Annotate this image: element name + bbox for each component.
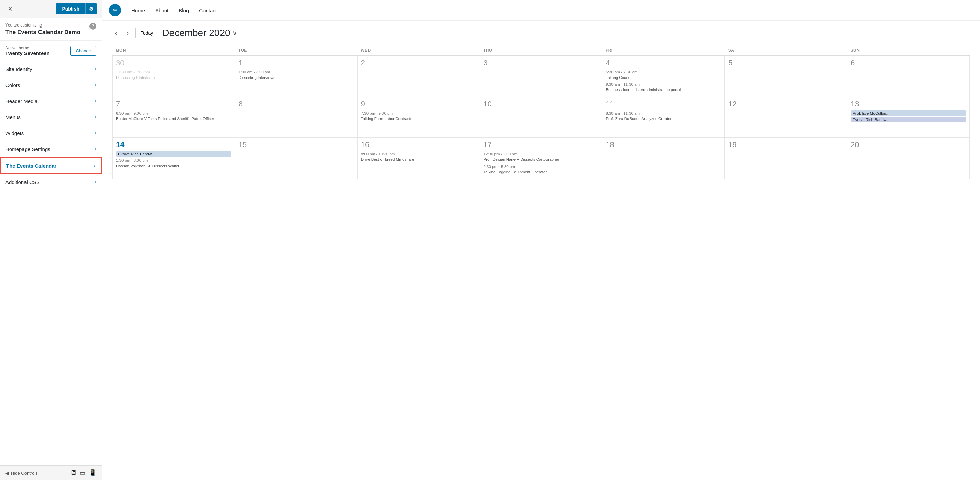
sidebar-item-label: Colors [5, 82, 20, 88]
sidebar-item-label: Menus [5, 114, 21, 120]
event-title: Buster McClure V Talks Police and Sherif… [116, 117, 214, 121]
calendar-cell[interactable]: 14Evolve Rich Bandw...1:30 pm - 3:00 pmH… [113, 138, 235, 179]
chevron-right-icon: › [95, 82, 96, 88]
change-theme-button[interactable]: Change [70, 46, 96, 56]
calendar-cell[interactable]: 5 [725, 56, 847, 97]
sidebar-item-label: Homepage Settings [5, 146, 50, 152]
calendar-dropdown-icon[interactable]: ∨ [232, 29, 237, 37]
calendar-cell[interactable]: 1712:30 pm - 2:00 pmProf. Dejuan Hane V … [480, 138, 602, 179]
sidebar: ✕ Publish ⚙ You are customizing The Even… [0, 0, 102, 480]
calendar-cell[interactable]: 118:30 am - 11:30 amProf. Zora DuBuque A… [602, 97, 725, 138]
mobile-icon[interactable]: 📱 [89, 469, 96, 477]
calendar-cell[interactable]: 97:30 pm - 9:30 pmTalking Farm Labor Con… [357, 97, 480, 138]
event-time: 1:30 pm - 3:00 pm [116, 158, 148, 163]
calendar-cell[interactable]: 10 [480, 97, 602, 138]
sidebar-item-homepage-settings[interactable]: Homepage Settings› [0, 141, 102, 157]
nav-link-about[interactable]: About [155, 8, 169, 13]
close-button[interactable]: ✕ [5, 4, 15, 14]
calendar-event[interactable]: 1:30 pm - 3:00 pmHassan Volkman Sr. Diss… [116, 158, 231, 169]
calendar-cell[interactable]: 8 [235, 97, 357, 138]
calendar-cell[interactable]: 12 [725, 97, 847, 138]
calendar-cell[interactable]: 11:00 am - 3:00 amDissecting Interviewer [235, 56, 357, 97]
customizing-title: The Events Calendar Demo [5, 29, 80, 36]
sidebar-item-menus[interactable]: Menus› [0, 109, 102, 125]
nav-link-home[interactable]: Home [131, 8, 145, 13]
sidebar-item-site-identity[interactable]: Site Identity› [0, 61, 102, 77]
event-pill[interactable]: Evolve Rich Bandw... [116, 151, 231, 157]
day-number: 9 [361, 100, 476, 108]
day-number: 19 [728, 140, 843, 149]
sidebar-item-colors[interactable]: Colors› [0, 77, 102, 93]
calendar-cell[interactable]: 3011:30 am - 1:00 pmDiscussing Statistic… [113, 56, 235, 97]
calendar-cell[interactable]: 2 [357, 56, 480, 97]
day-number: 8 [239, 100, 354, 108]
calendar-grid: MONTUEWEDTHUFRISATSUN 3011:30 am - 1:00 … [112, 45, 970, 179]
calendar-event[interactable]: 7:30 pm - 9:30 pmTalking Farm Labor Cont… [361, 111, 476, 121]
day-number: 5 [728, 59, 843, 67]
calendar-event[interactable]: 5:30 am - 7:30 amTalking Counsil [606, 69, 721, 80]
publish-button[interactable]: Publish [56, 3, 86, 14]
calendar-cell[interactable]: 76:30 pm - 9:00 pmBuster McClure V Talks… [113, 97, 235, 138]
calendar-cell[interactable]: 20 [847, 138, 970, 179]
tablet-icon[interactable]: ▭ [80, 469, 86, 477]
day-number: 10 [484, 100, 599, 108]
day-number: 18 [606, 140, 721, 149]
calendar-cell[interactable]: 45:30 am - 7:30 amTalking Counsil9:30 am… [602, 56, 725, 97]
event-title: Talking Logging Equipment Operator [484, 170, 547, 174]
day-number: 6 [851, 59, 966, 67]
calendar-cell[interactable]: 168:00 pm - 10:30 pmDrive Best-of-breed … [357, 138, 480, 179]
calendar-event[interactable]: 2:30 pm - 5:30 pmTalking Logging Equipme… [484, 164, 599, 175]
calendar-cell[interactable]: 18 [602, 138, 725, 179]
day-number: 17 [484, 140, 599, 149]
chevron-right-icon: › [95, 114, 96, 120]
sidebar-footer: ◀ Hide Controls 🖥 ▭ 📱 [0, 466, 102, 480]
prev-month-button[interactable]: ‹ [112, 28, 120, 38]
cal-day-header-tue: TUE [235, 45, 357, 56]
event-time: 12:30 pm - 2:00 pm [484, 152, 517, 156]
event-pill[interactable]: Evolve Rich Bandw... [851, 117, 966, 122]
event-title: Talking Counsil [606, 76, 632, 79]
calendar-week-row: 3011:30 am - 1:00 pmDiscussing Statistic… [113, 56, 970, 97]
event-time: 6:30 pm - 9:00 pm [116, 111, 148, 115]
hide-controls-button[interactable]: ◀ Hide Controls [5, 470, 38, 475]
theme-name: Twenty Seventeen [5, 50, 50, 56]
calendar-header-row: MONTUEWEDTHUFRISATSUN [113, 45, 970, 56]
calendar-event[interactable]: 8:00 pm - 10:30 pmDrive Best-of-breed Mi… [361, 151, 476, 162]
today-button[interactable]: Today [135, 27, 158, 38]
calendar-event[interactable]: 8:30 am - 11:30 amProf. Zora DuBuque Ana… [606, 111, 721, 121]
event-time: 7:30 pm - 9:30 pm [361, 111, 393, 115]
calendar-event[interactable]: 9:30 am - 11:30 amBusiness-focused zeroa… [606, 82, 721, 92]
calendar-cell[interactable]: 15 [235, 138, 357, 179]
nav-link-contact[interactable]: Contact [199, 8, 217, 13]
calendar-event[interactable]: 6:30 pm - 9:00 pmBuster McClure V Talks … [116, 111, 231, 121]
calendar-event[interactable]: 12:30 pm - 2:00 pmProf. Dejuan Hane V Di… [484, 151, 599, 162]
calendar-event[interactable]: 1:00 am - 3:00 amDissecting Interviewer [239, 69, 354, 80]
calendar-cell[interactable]: 13Prof. Eve McCullou...Evolve Rich Bandw… [847, 97, 970, 138]
theme-section: Active theme Twenty Seventeen Change [0, 41, 102, 61]
chevron-right-icon: › [95, 66, 96, 72]
help-icon[interactable]: ? [89, 23, 96, 30]
sidebar-item-label: The Events Calendar [6, 163, 56, 169]
nav-link-blog[interactable]: Blog [179, 8, 189, 13]
sidebar-item-header-media[interactable]: Header Media› [0, 93, 102, 109]
event-time: 2:30 pm - 5:30 pm [484, 165, 515, 169]
calendar-body: 3011:30 am - 1:00 pmDiscussing Statistic… [113, 56, 970, 179]
event-time: 8:00 pm - 10:30 pm [361, 152, 395, 156]
cal-day-header-thu: THU [480, 45, 602, 56]
day-number: 16 [361, 140, 476, 149]
next-month-button[interactable]: › [124, 28, 131, 38]
calendar-cell[interactable]: 19 [725, 138, 847, 179]
customizing-label: You are customizing [5, 23, 80, 27]
settings-icon-button[interactable]: ⚙ [86, 3, 97, 14]
desktop-icon[interactable]: 🖥 [70, 469, 76, 477]
calendar-event[interactable]: 11:30 am - 1:00 pmDiscussing Statisticia… [116, 69, 231, 80]
calendar-cell[interactable]: 6 [847, 56, 970, 97]
hide-controls-arrow: ◀ [5, 470, 9, 475]
sidebar-item-the-events-calendar[interactable]: The Events Calendar› [0, 157, 102, 174]
day-number: 11 [606, 100, 721, 108]
calendar-cell[interactable]: 3 [480, 56, 602, 97]
sidebar-item-widgets[interactable]: Widgets› [0, 125, 102, 141]
sidebar-item-additional-css[interactable]: Additional CSS› [0, 174, 102, 190]
event-pill[interactable]: Prof. Eve McCullou... [851, 111, 966, 116]
sidebar-item-label: Site Identity [5, 66, 32, 72]
